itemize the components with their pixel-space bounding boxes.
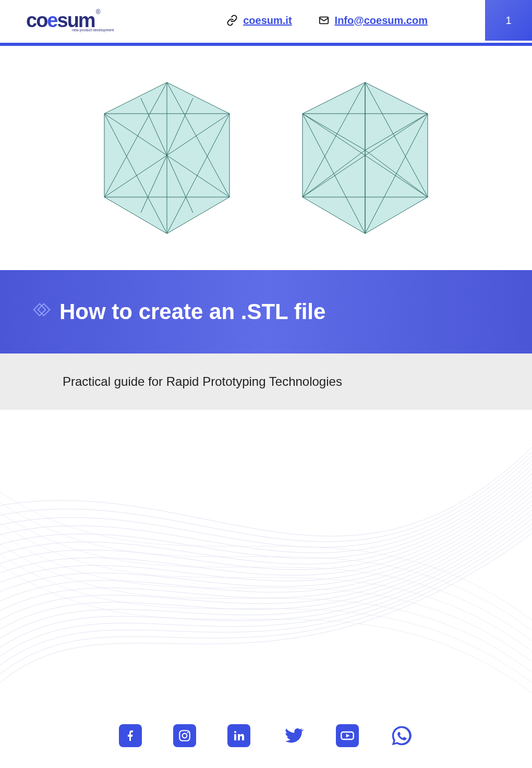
svg-rect-30 (38, 304, 50, 316)
brand-name: coesum (26, 10, 95, 30)
linkedin-icon[interactable] (227, 724, 250, 747)
diamond-icon (31, 301, 52, 322)
title-banner: How to create an .STL file (0, 270, 532, 353)
email-link-text: Info@coesum.com (335, 15, 428, 27)
registered-mark: ® (96, 8, 101, 16)
youtube-icon[interactable] (336, 724, 359, 747)
brand-name-part1: co (26, 9, 47, 31)
link-icon (226, 15, 238, 26)
svg-point-35 (234, 731, 236, 733)
website-link-text: coesum.it (243, 15, 292, 27)
facebook-icon[interactable] (119, 724, 142, 747)
social-bar (0, 724, 532, 747)
instagram-icon[interactable] (173, 724, 196, 747)
header-divider (0, 43, 532, 46)
svg-point-32 (183, 734, 187, 738)
whatsapp-icon[interactable] (390, 724, 413, 747)
wave-background (0, 396, 532, 768)
page-subtitle: Practical guide for Rapid Prototyping Te… (63, 374, 342, 388)
brand-logo: coesum ® new product development (26, 10, 99, 30)
mail-icon (318, 15, 330, 26)
stl-cube-right (287, 77, 443, 239)
brand-name-swirl: e (47, 9, 57, 31)
svg-marker-37 (346, 734, 350, 738)
email-link[interactable]: Info@coesum.com (318, 15, 428, 27)
website-link[interactable]: coesum.it (226, 15, 292, 27)
subtitle-band: Practical guide for Rapid Prototyping Te… (0, 353, 532, 410)
svg-rect-34 (234, 734, 236, 740)
twitter-icon[interactable] (282, 724, 305, 747)
brand-tagline: new product development (72, 28, 114, 32)
page-number: 1 (505, 15, 511, 27)
stl-cube-left (89, 77, 245, 239)
page-number-badge: 1 (485, 0, 532, 41)
page-title: How to create an .STL file (59, 299, 325, 324)
header-links: coesum.it Info@coesum.com 1 (226, 0, 532, 41)
page-header: coesum ® new product development coesum.… (0, 0, 532, 41)
svg-point-33 (187, 732, 189, 734)
hero-illustration (0, 77, 532, 239)
svg-rect-29 (34, 304, 46, 316)
